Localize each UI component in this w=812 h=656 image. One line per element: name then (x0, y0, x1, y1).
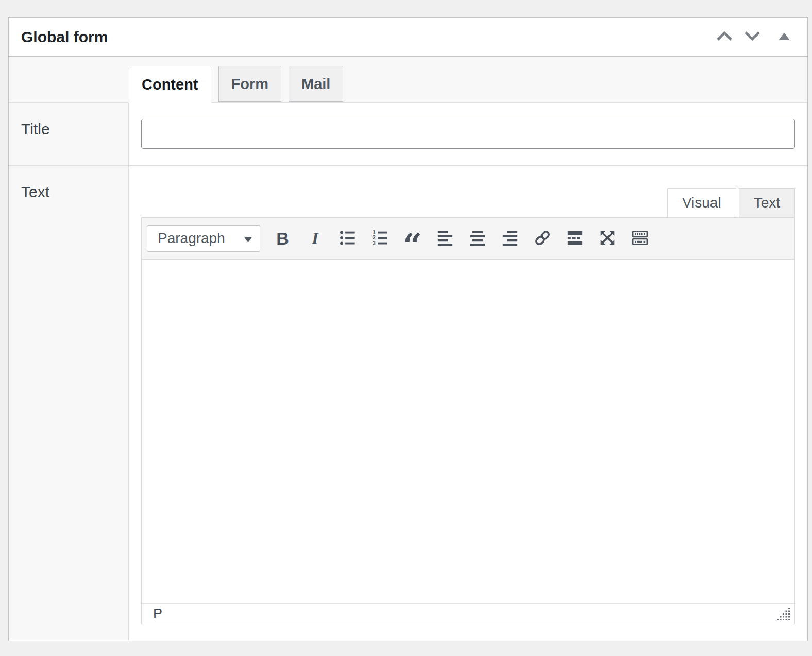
tab-mail[interactable]: Mail (289, 66, 343, 102)
numbered-list-button[interactable]: 1 2 3 (364, 225, 396, 252)
title-row: Title (9, 103, 807, 166)
chevron-up-icon (716, 30, 733, 43)
editor-statusbar: P (142, 603, 794, 624)
editor-toolbar: Paragraph B I (142, 218, 794, 260)
italic-button[interactable]: I (299, 225, 331, 252)
keyboard-button[interactable] (623, 225, 656, 252)
bold-icon: B (276, 229, 289, 249)
resize-handle-icon[interactable] (777, 608, 790, 621)
align-center-button[interactable] (461, 225, 494, 252)
keyboard-icon (631, 229, 649, 248)
title-field-label: Title (9, 103, 129, 165)
editor-tab-text[interactable]: Text (739, 188, 795, 217)
align-left-button[interactable] (429, 225, 461, 252)
bulleted-list-icon (339, 229, 357, 248)
metabox-handle-actions (714, 26, 795, 48)
format-dropdown[interactable]: Paragraph (147, 225, 260, 252)
bold-button[interactable]: B (266, 225, 299, 252)
align-left-icon (436, 229, 454, 248)
editor-mode-tabs: Visual Text (141, 188, 795, 217)
tab-content[interactable]: Content (129, 66, 211, 103)
blockquote-button[interactable]: “ (396, 225, 429, 252)
title-input[interactable] (141, 119, 795, 149)
text-row: Text Visual Text Paragraph (9, 166, 807, 640)
toolbar-button-group: B I (266, 225, 656, 252)
element-path: P (153, 606, 162, 622)
align-right-button[interactable] (494, 225, 526, 252)
numbered-list-icon: 1 2 3 (371, 229, 389, 248)
global-form-metabox: Global form (8, 17, 808, 641)
metabox-header: Global form (9, 18, 807, 57)
metabox-body: Content Form Mail Title Text Visual Text (9, 57, 807, 640)
chevron-down-icon (744, 30, 760, 43)
editor-tab-visual[interactable]: Visual (667, 188, 736, 217)
align-center-icon (469, 229, 486, 248)
text-field-label: Text (9, 166, 129, 640)
link-button[interactable] (526, 225, 559, 252)
format-dropdown-value: Paragraph (158, 230, 225, 247)
fullscreen-icon (599, 229, 616, 248)
tab-form[interactable]: Form (218, 66, 282, 102)
text-row-content: Visual Text Paragraph (129, 166, 807, 640)
chevron-down-icon (244, 230, 252, 247)
move-up-button[interactable] (714, 26, 735, 48)
visual-editor: Paragraph B I (141, 217, 795, 624)
bulleted-list-button[interactable] (331, 225, 364, 252)
triangle-up-icon (778, 32, 790, 42)
italic-icon: I (312, 229, 318, 248)
metabox-title: Global form (21, 28, 108, 46)
blockquote-icon: “ (403, 232, 422, 259)
fullscreen-button[interactable] (591, 225, 623, 252)
read-more-button[interactable] (559, 225, 591, 252)
link-icon (534, 229, 551, 248)
align-right-icon (501, 229, 519, 248)
move-down-button[interactable] (741, 26, 763, 48)
editor-content-area[interactable] (142, 260, 794, 603)
read-more-icon (566, 229, 584, 248)
metabox-tab-bar: Content Form Mail (9, 57, 807, 103)
title-row-content (129, 103, 807, 165)
svg-text:3: 3 (372, 239, 375, 246)
toggle-panel-button[interactable] (773, 26, 795, 48)
